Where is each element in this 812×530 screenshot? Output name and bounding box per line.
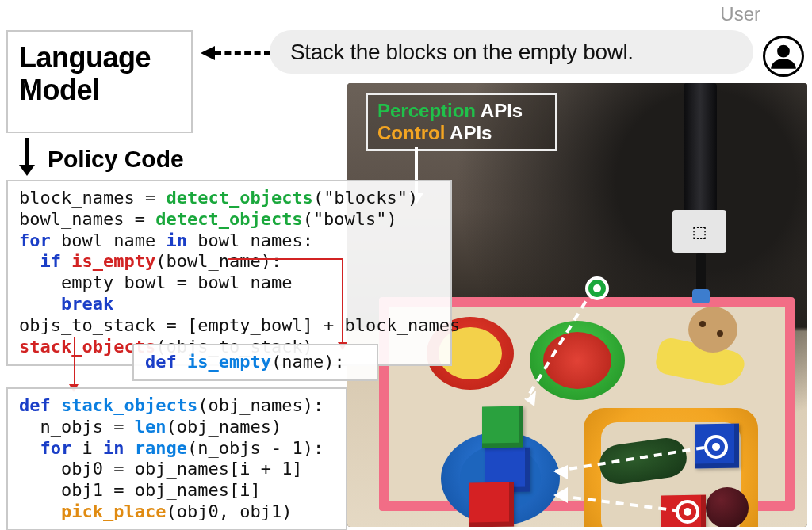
target-marker-red (676, 500, 699, 524)
apis-suffix-1: APIs (481, 100, 523, 121)
arrow-to-is-empty-def (228, 258, 343, 347)
control-label: Control (377, 122, 445, 143)
user-instruction-text: Stack the blocks on the empty bowl. (290, 40, 634, 65)
target-marker-blue (704, 435, 728, 459)
arrow-to-stack-objects-def (71, 337, 79, 389)
svg-marker-6 (553, 487, 568, 503)
arrow-lm-to-policy (22, 138, 32, 174)
is-empty-def-code: def is_empty(name): (132, 344, 378, 381)
svg-line-2 (553, 448, 704, 471)
api-legend-box: Perception APIs Control APIs (366, 93, 557, 151)
user-avatar-icon (763, 36, 804, 77)
user-instruction-bubble: Stack the blocks on the empty bowl. (270, 30, 753, 74)
svg-line-3 (553, 495, 680, 511)
policy-code-label: Policy Code (48, 146, 184, 173)
user-label: User (720, 3, 760, 25)
target-marker-green (585, 276, 609, 300)
svg-line-1 (526, 289, 593, 400)
perception-label: Perception (377, 100, 476, 121)
arrow-user-to-lm (201, 49, 269, 57)
apis-suffix-2: APIs (450, 122, 492, 143)
svg-marker-5 (553, 465, 568, 479)
language-model-box: LanguageModel (6, 30, 193, 133)
stack-objects-def-code: def stack_objects(obj_names): n_objs = l… (6, 387, 347, 530)
svg-point-0 (777, 45, 790, 58)
language-model-title: LanguageModel (19, 41, 151, 107)
